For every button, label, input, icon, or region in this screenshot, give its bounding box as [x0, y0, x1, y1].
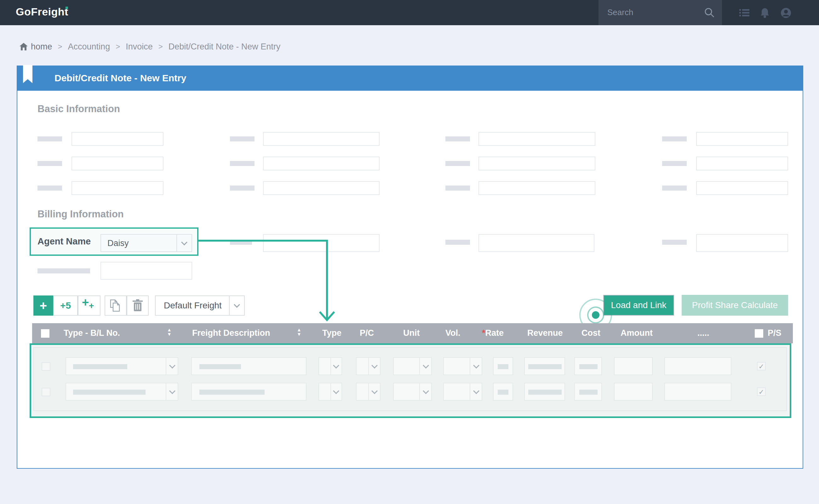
search-icon[interactable]: [704, 7, 715, 18]
basic-field-input[interactable]: [263, 181, 380, 195]
logo-teal-dot: [66, 7, 68, 9]
billing-field-input[interactable]: [696, 234, 788, 252]
field-label-placeholder: [445, 136, 470, 141]
cost-input[interactable]: [574, 357, 602, 375]
rate-input[interactable]: [493, 383, 513, 401]
add-row-button[interactable]: +: [33, 295, 53, 316]
field-label-placeholder: [230, 136, 255, 141]
basic-field-input[interactable]: [72, 132, 163, 146]
field-label-placeholder: [662, 161, 687, 166]
col-header-freight-description[interactable]: Freight Description: [192, 328, 270, 338]
breadcrumb-item-invoice[interactable]: Invoice: [126, 42, 153, 52]
basic-field-input[interactable]: [72, 181, 163, 195]
col-header-vol: Vol.: [445, 328, 461, 338]
billing-field-input[interactable]: [100, 262, 192, 280]
agent-name-select[interactable]: Daisy: [100, 234, 192, 252]
field-label-placeholder: [37, 186, 62, 191]
value-placeholder: [528, 390, 562, 395]
notifications-bell-icon[interactable]: [759, 7, 770, 19]
field-label-placeholder: [662, 136, 687, 141]
unit-select[interactable]: [393, 357, 432, 375]
breadcrumb-separator: >: [116, 42, 120, 51]
gofreight-logo[interactable]: GoFreight: [16, 6, 68, 18]
unit-select[interactable]: [393, 383, 432, 401]
col-header-unit: Unit: [403, 328, 420, 338]
chevron-down-icon: [423, 388, 429, 394]
sort-icon[interactable]: ▲▼: [297, 328, 301, 337]
select-all-checkbox[interactable]: [41, 329, 49, 338]
basic-field-input[interactable]: [696, 132, 788, 146]
type-bl-select[interactable]: [66, 383, 178, 401]
revenue-input[interactable]: [524, 383, 565, 401]
select-chevron-zone[interactable]: [176, 235, 192, 251]
vol-select[interactable]: [443, 383, 482, 401]
chevron-down-icon: [169, 362, 175, 369]
pc-select[interactable]: [356, 383, 381, 401]
global-search-input[interactable]: Search: [599, 0, 722, 25]
type-select[interactable]: [318, 357, 342, 375]
check-icon: ✓: [759, 388, 764, 396]
add-five-rows-button[interactable]: +5: [53, 295, 78, 316]
field-label-placeholder: [445, 161, 470, 166]
double-plus-icon: + +: [82, 298, 96, 313]
user-profile-icon[interactable]: [780, 7, 792, 19]
freight-template-dropdown[interactable]: Default Freight: [155, 295, 245, 316]
ps-checkbox[interactable]: ✓: [757, 362, 766, 370]
ps-all-checkbox[interactable]: [755, 329, 763, 338]
freight-description-input[interactable]: [191, 357, 306, 375]
billing-field-input[interactable]: [478, 234, 594, 252]
basic-field-input[interactable]: [72, 157, 163, 170]
required-asterisk: *: [482, 328, 485, 338]
select-chevron-zone[interactable]: [229, 296, 244, 315]
load-and-link-button[interactable]: Load and Link: [603, 295, 674, 316]
basic-field-input[interactable]: [263, 132, 380, 146]
task-list-icon[interactable]: [739, 7, 750, 19]
check-icon: ✓: [759, 363, 764, 370]
logo-text: GoFreight: [16, 6, 68, 18]
copy-row-button[interactable]: [105, 295, 127, 316]
extra-input[interactable]: [664, 383, 731, 401]
col-header-ps: P/S: [768, 328, 782, 338]
basic-field-input[interactable]: [478, 157, 595, 170]
basic-field-input[interactable]: [478, 132, 595, 146]
freight-description-input[interactable]: [191, 383, 306, 401]
table-rows-container: ✓: [33, 347, 787, 411]
field-label-placeholder: [37, 136, 62, 141]
basic-field-input[interactable]: [696, 157, 788, 170]
col-header-rate: *Rate: [482, 328, 504, 338]
add-multiple-rows-button[interactable]: + +: [78, 295, 100, 316]
sort-icon[interactable]: ▲▼: [167, 328, 172, 337]
value-placeholder: [579, 364, 598, 369]
value-placeholder: [579, 390, 598, 395]
basic-field-input[interactable]: [263, 157, 380, 170]
revenue-input[interactable]: [524, 357, 565, 375]
basic-field-input[interactable]: [478, 181, 595, 195]
col-header-type-bl[interactable]: Type - B/L No.: [64, 328, 120, 338]
amount-input[interactable]: [614, 383, 653, 401]
field-label-placeholder: [445, 186, 470, 191]
cost-input[interactable]: [574, 383, 602, 401]
profit-share-calculate-button[interactable]: Profit Share Calculate: [682, 295, 788, 316]
rate-input[interactable]: [493, 357, 513, 375]
type-select[interactable]: [318, 383, 342, 401]
value-placeholder: [199, 364, 241, 369]
row-checkbox[interactable]: [42, 388, 50, 396]
field-label-placeholder: [662, 186, 687, 191]
pc-select[interactable]: [356, 357, 381, 375]
chevron-down-icon: [473, 362, 479, 369]
type-bl-select[interactable]: [66, 357, 178, 375]
agent-name-label: Agent Name: [37, 236, 91, 247]
basic-field-input[interactable]: [696, 181, 788, 195]
row-checkbox[interactable]: [42, 362, 50, 371]
breadcrumb-home[interactable]: home: [19, 42, 52, 52]
delete-row-button[interactable]: [127, 295, 149, 316]
vol-select[interactable]: [443, 357, 482, 375]
chevron-down-icon: [333, 362, 339, 369]
col-header-type: Type: [322, 328, 341, 338]
extra-input[interactable]: [664, 357, 731, 375]
chevron-down-icon: [423, 362, 429, 369]
value-placeholder: [498, 364, 508, 369]
ps-checkbox[interactable]: ✓: [757, 387, 766, 396]
breadcrumb-item-accounting[interactable]: Accounting: [68, 42, 110, 52]
amount-input[interactable]: [614, 357, 653, 375]
